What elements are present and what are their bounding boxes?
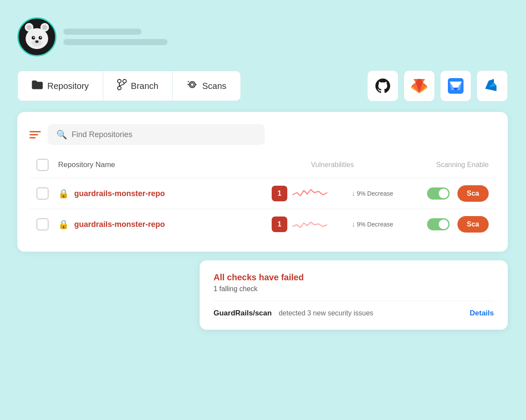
header-line-2 [63, 39, 168, 45]
svg-point-13 [123, 79, 126, 83]
header-vulnerabilities: Vulnerabilities [272, 161, 393, 169]
notification-service: GuardRails/scan [214, 309, 272, 318]
decrease-arrow-2: ↓ [352, 220, 355, 228]
repo-name-1[interactable]: guardrails-monster-repo [74, 189, 272, 198]
filter-line-2 [30, 134, 38, 135]
svg-point-9 [33, 37, 35, 38]
table-row: 🔒 guardrails-monster-repo 1 ↓ 9% Decreas… [30, 209, 496, 240]
notification-details-link[interactable]: Details [470, 309, 494, 318]
header-check [36, 159, 58, 171]
content-panel: 🔍 Repository Name Vulnerabilities Scanni… [17, 112, 508, 252]
search-icon: 🔍 [56, 129, 67, 140]
tab-bar: Repository Branch [17, 70, 508, 102]
filter-line-3 [30, 137, 36, 138]
table-row: 🔒 guardrails-monster-repo 1 ↓ 9% Decreas… [30, 178, 496, 209]
scan-section-1: Sca [393, 185, 489, 202]
scans-icon [187, 80, 198, 92]
toggle-knob-2 [439, 220, 448, 229]
tab-branch[interactable]: Branch [103, 71, 173, 101]
filter-button[interactable] [30, 131, 41, 138]
header-text [63, 29, 168, 45]
folder-icon [32, 80, 43, 92]
decrease-arrow-1: ↓ [352, 190, 355, 197]
notification-card: All checks have failed 1 falling check G… [200, 260, 508, 330]
svg-point-4 [42, 25, 47, 30]
sca-button-1[interactable]: Sca [457, 185, 489, 202]
app-header [17, 17, 508, 56]
lock-icon-2: 🔒 [58, 219, 69, 230]
decrease-text-2: ↓ 9% Decrease [352, 220, 393, 228]
repo-name-2[interactable]: guardrails-monster-repo [74, 220, 272, 229]
svg-point-16 [191, 83, 194, 86]
table-header: Repository Name Vulnerabilities Scanning… [30, 155, 496, 174]
vuln-section-2: 1 ↓ 9% Decrease [272, 217, 393, 232]
vuln-section-1: 1 ↓ 9% Decrease [272, 186, 393, 201]
decrease-text-1: ↓ 9% Decrease [352, 190, 393, 197]
toggle-knob-1 [439, 189, 448, 198]
row-checkbox-2[interactable] [36, 218, 49, 230]
svg-point-3 [26, 25, 32, 30]
azure-devops-button[interactable] [477, 70, 508, 102]
notification-message: detected 3 new security issues [279, 309, 463, 317]
search-input[interactable] [72, 130, 256, 139]
scanning-toggle-1[interactable] [427, 187, 450, 200]
github-button[interactable] [367, 70, 398, 102]
sca-button-2[interactable]: Sca [457, 216, 489, 233]
tab-scans-label: Scans [202, 81, 227, 91]
header-repo-name: Repository Name [58, 161, 272, 169]
scan-section-2: Sca [393, 216, 489, 233]
search-row: 🔍 [30, 124, 496, 145]
branch-icon [117, 79, 127, 93]
notification-row: GuardRails/scan detected 3 new security … [214, 309, 494, 318]
svg-point-14 [118, 86, 121, 90]
sparkline-2 [293, 217, 346, 232]
notification-subtitle: 1 falling check [214, 285, 494, 293]
notification-divider [214, 301, 494, 301]
svg-point-10 [40, 37, 42, 38]
select-all-checkbox[interactable] [36, 159, 49, 171]
lock-icon-1: 🔒 [58, 188, 69, 199]
avatar [17, 17, 56, 56]
integration-buttons [367, 70, 508, 102]
search-input-wrapper[interactable]: 🔍 [48, 124, 265, 145]
row-checkbox-1[interactable] [36, 187, 49, 200]
sparkline-1 [293, 186, 346, 201]
tabs-left: Repository Branch [17, 71, 241, 101]
tab-repository[interactable]: Repository [18, 71, 103, 101]
vuln-badge-2: 1 [272, 217, 287, 232]
tab-branch-label: Branch [131, 81, 158, 91]
scanning-toggle-2[interactable] [427, 218, 450, 230]
header-line-1 [63, 29, 141, 35]
svg-point-11 [35, 40, 39, 43]
header-scanning: Scanning Enable [393, 161, 489, 169]
bitbucket-button[interactable] [440, 70, 471, 102]
svg-point-12 [118, 79, 121, 83]
notification-title: All checks have failed [214, 272, 494, 282]
filter-line-1 [30, 131, 41, 132]
tab-repository-label: Repository [47, 81, 89, 91]
vuln-badge-1: 1 [272, 186, 287, 201]
gitlab-button[interactable] [404, 70, 435, 102]
tab-scans[interactable]: Scans [173, 71, 240, 101]
